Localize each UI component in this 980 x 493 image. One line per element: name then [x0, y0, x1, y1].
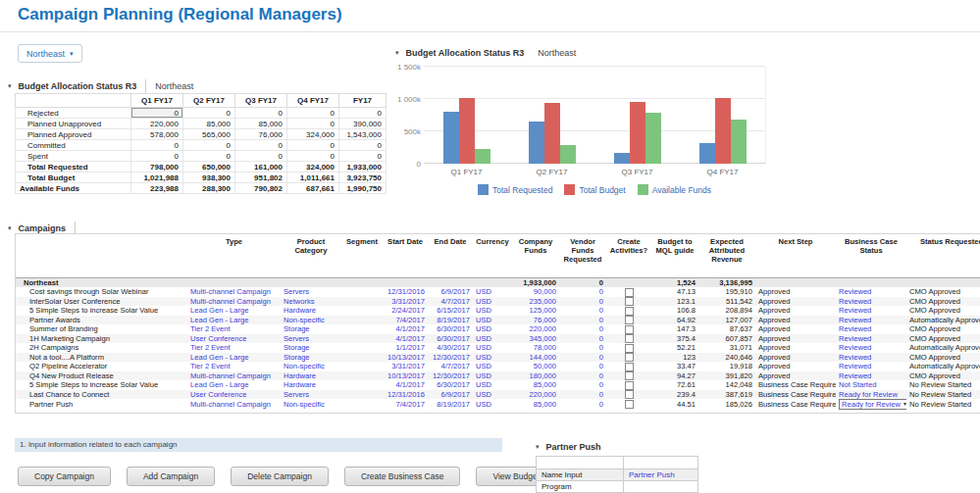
end-date-link[interactable]: 4/7/2017 [440, 362, 470, 370]
end-date-link[interactable]: 6/30/2017 [437, 380, 470, 389]
start-date-link[interactable]: 4/1/2017 [395, 380, 425, 389]
budget-cell[interactable]: 85,000 [183, 119, 235, 129]
business-case-status-link[interactable]: Reviewed [839, 343, 871, 352]
type-link[interactable]: Multi-channel Campaign [190, 371, 271, 380]
budget-cell[interactable]: 0 [287, 151, 339, 162]
company-funds-link[interactable]: 85,000 [534, 400, 556, 409]
currency-link[interactable]: USD [476, 316, 491, 324]
currency-link[interactable]: USD [476, 306, 491, 315]
vendor-funds-link[interactable]: 0 [599, 297, 603, 306]
end-date-link[interactable]: 6/30/2017 [437, 324, 470, 333]
product-category-link[interactable]: Servers [284, 390, 309, 399]
budget-cell[interactable]: 0 [235, 140, 287, 151]
end-date-link[interactable]: 4/7/2017 [440, 297, 470, 306]
field-value-link[interactable]: Partner Push [629, 470, 675, 479]
company-funds-link[interactable]: 125,000 [530, 306, 556, 315]
budget-cell[interactable]: 0 [339, 108, 387, 119]
company-funds-link[interactable]: 220,000 [530, 390, 556, 399]
create-activities-checkbox[interactable] [625, 325, 634, 334]
budget-cell[interactable]: 0 [131, 108, 183, 119]
vendor-funds-link[interactable]: 0 [599, 362, 603, 370]
start-date-link[interactable]: 3/31/2017 [391, 362, 425, 370]
company-funds-link[interactable]: 345,000 [530, 334, 556, 343]
create-activities-checkbox[interactable] [625, 381, 634, 390]
add-campaign-button[interactable]: Add Campaign [127, 467, 215, 486]
budget-cell[interactable]: 85,000 [235, 119, 287, 129]
budget-cell[interactable]: 0 [339, 151, 387, 162]
start-date-link[interactable]: 4/1/2017 [395, 334, 425, 343]
product-category-link[interactable]: Storage [284, 324, 310, 333]
create-activities-checkbox[interactable] [625, 390, 634, 399]
currency-link[interactable]: USD [476, 400, 491, 409]
currency-link[interactable]: USD [476, 371, 491, 380]
end-date-link[interactable]: 8/19/2017 [437, 316, 470, 324]
company-funds-link[interactable]: 50,000 [534, 362, 556, 370]
business-case-status-link[interactable]: Ready for Review [839, 390, 898, 399]
budget-cell[interactable]: 0 [131, 151, 183, 162]
collapse-section-icon[interactable]: ▾ [395, 49, 399, 57]
type-link[interactable]: User Conference [190, 334, 246, 343]
business-case-status-link[interactable]: Reviewed [839, 306, 871, 315]
product-category-link[interactable]: Hardware [284, 380, 316, 389]
create-activities-checkbox[interactable] [625, 288, 634, 297]
start-date-link[interactable]: 12/31/2016 [387, 390, 425, 399]
currency-link[interactable]: USD [476, 380, 491, 389]
create-activities-checkbox[interactable] [625, 334, 634, 343]
type-link[interactable]: Lead Gen - Large [190, 380, 249, 389]
vendor-funds-link[interactable]: 0 [599, 287, 603, 296]
type-link[interactable]: Lead Gen - Large [190, 353, 249, 362]
end-date-link[interactable]: 6/9/2017 [440, 287, 470, 296]
type-link[interactable]: User Conference [190, 390, 246, 399]
business-case-status-link[interactable]: Reviewed [839, 324, 871, 333]
vendor-funds-link[interactable]: 0 [599, 353, 603, 362]
product-category-link[interactable]: Storage [284, 343, 310, 352]
business-case-status-link[interactable]: Reviewed [839, 334, 871, 343]
business-case-status-link[interactable]: Ready for Review [842, 400, 901, 409]
create-activities-checkbox[interactable] [625, 316, 634, 324]
type-link[interactable]: Tier 2 Event [190, 343, 231, 352]
collapse-section-icon[interactable]: ▾ [8, 224, 12, 232]
company-funds-link[interactable]: 90,000 [534, 287, 556, 296]
currency-link[interactable]: USD [476, 353, 491, 362]
start-date-link[interactable]: 7/4/2017 [395, 400, 425, 409]
create-activities-checkbox[interactable] [625, 371, 634, 380]
vendor-funds-link[interactable]: 0 [599, 400, 603, 409]
product-category-link[interactable]: Non-specific [284, 362, 325, 370]
product-category-link[interactable]: Servers [284, 334, 309, 343]
start-date-link[interactable]: 4/1/2017 [395, 324, 425, 333]
vendor-funds-link[interactable]: 0 [599, 380, 603, 389]
business-case-status-link[interactable]: Reviewed [839, 297, 871, 306]
company-funds-link[interactable]: 85,000 [534, 380, 556, 389]
business-case-status-link[interactable]: Reviewed [839, 353, 871, 362]
end-date-link[interactable]: 6/15/2017 [437, 306, 470, 315]
budget-cell[interactable]: 0 [235, 108, 287, 119]
type-link[interactable]: Lead Gen - Large [190, 316, 249, 324]
type-link[interactable]: Multi-channel Campaign [190, 297, 271, 306]
budget-cell[interactable]: 0 [287, 140, 339, 151]
currency-link[interactable]: USD [476, 362, 491, 370]
vendor-funds-link[interactable]: 0 [599, 324, 603, 333]
budget-cell[interactable]: 0 [183, 151, 235, 162]
budget-cell[interactable]: 0 [287, 119, 339, 129]
vendor-funds-link[interactable]: 0 [599, 390, 603, 399]
budget-cell[interactable]: 0 [131, 140, 183, 151]
end-date-link[interactable]: 6/9/2017 [440, 390, 470, 399]
type-link[interactable]: Multi-channel Campaign [190, 287, 271, 296]
end-date-link[interactable]: 4/30/2017 [437, 343, 470, 352]
budget-cell[interactable]: 0 [287, 108, 339, 119]
create-activities-checkbox[interactable] [625, 363, 634, 371]
currency-link[interactable]: USD [476, 287, 491, 296]
budget-cell[interactable]: 0 [235, 151, 287, 162]
vendor-funds-link[interactable]: 0 [599, 306, 603, 315]
create-activities-checkbox[interactable] [625, 353, 634, 362]
product-category-link[interactable]: Storage [284, 353, 310, 362]
product-category-link[interactable]: Hardware [284, 306, 316, 315]
end-date-link[interactable]: 6/30/2017 [437, 334, 470, 343]
currency-link[interactable]: USD [476, 324, 491, 333]
create-activities-checkbox[interactable] [625, 307, 634, 316]
start-date-link[interactable]: 3/31/2017 [391, 297, 425, 306]
currency-link[interactable]: USD [476, 390, 491, 399]
type-link[interactable]: Multi-channel Campaign [190, 400, 271, 409]
business-case-status-link[interactable]: Reviewed [839, 362, 871, 370]
type-link[interactable]: Tier 2 Event [190, 324, 231, 333]
